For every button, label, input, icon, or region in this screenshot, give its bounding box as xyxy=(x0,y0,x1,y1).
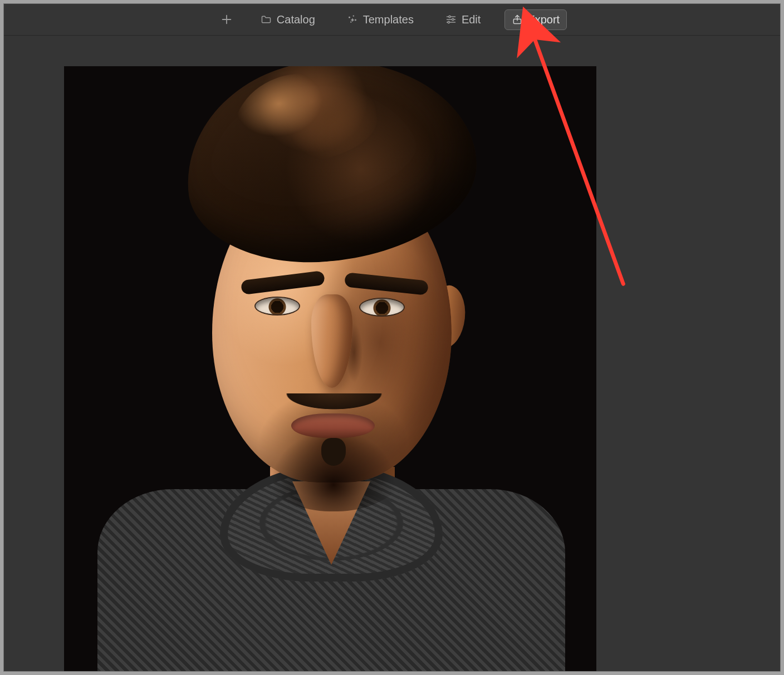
catalog-tab[interactable]: Catalog xyxy=(253,9,322,30)
svg-point-4 xyxy=(355,19,356,21)
templates-tab[interactable]: Templates xyxy=(339,9,421,30)
plus-icon xyxy=(220,13,233,26)
sliders-icon xyxy=(445,14,457,25)
templates-label: Templates xyxy=(363,13,414,26)
canvas-area[interactable] xyxy=(4,36,780,671)
portrait-illustration xyxy=(64,66,596,672)
share-icon xyxy=(512,13,523,26)
app-window: Catalog Templates Edit Export xyxy=(3,3,781,672)
svg-point-7 xyxy=(449,16,450,17)
edit-tab[interactable]: Edit xyxy=(438,9,488,30)
catalog-label: Catalog xyxy=(277,13,315,26)
svg-point-3 xyxy=(352,15,354,16)
folder-icon xyxy=(260,14,272,25)
svg-point-9 xyxy=(452,18,454,20)
add-button[interactable] xyxy=(217,10,236,29)
export-button[interactable]: Export xyxy=(504,9,567,30)
svg-point-5 xyxy=(350,21,351,22)
sparkle-icon xyxy=(346,13,359,26)
export-label: Export xyxy=(527,13,560,26)
edit-label: Edit xyxy=(462,13,481,26)
svg-point-2 xyxy=(349,17,350,18)
svg-point-11 xyxy=(448,21,449,23)
top-toolbar: Catalog Templates Edit Export xyxy=(4,4,780,36)
photo-preview[interactable] xyxy=(64,66,596,672)
